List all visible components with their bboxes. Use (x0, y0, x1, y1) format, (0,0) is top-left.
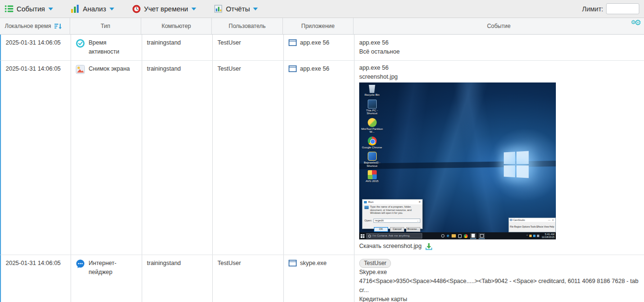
type-label: Снимок экрана (89, 64, 130, 73)
camstudio-icon (510, 219, 512, 221)
monitor-icon (368, 100, 377, 109)
type-label: Интернет-пейджер (89, 259, 137, 277)
chevron-down-icon (109, 8, 114, 10)
col-header-computer[interactable]: Компьютер (141, 18, 212, 34)
run-open-label: Open: (364, 216, 372, 225)
cell-app: skype.exe (284, 255, 354, 302)
cell-computer: trainingstand (142, 35, 213, 60)
clock-icon (132, 5, 141, 13)
store-icon (458, 234, 462, 238)
col-header-user[interactable]: Пользователь (212, 18, 283, 34)
open-app-icon (470, 233, 476, 239)
chevron-down-icon: ⌄ (417, 216, 419, 225)
col-header-time[interactable]: Локальное время (0, 18, 70, 34)
table-header: Локальное время Тип Компьютер Пользовате… (0, 18, 644, 35)
nav-analysis[interactable]: Анализ (71, 5, 114, 13)
cell-user: TestUser (213, 255, 284, 302)
console-app-icon (479, 233, 485, 239)
nav-time-tracking-label: Учет времени (144, 5, 188, 13)
window-icon (289, 65, 297, 72)
run-ok-button: OK (374, 227, 388, 232)
cell-type: Время активности (71, 35, 142, 60)
cortana-placeholder: I'm Cortana. Ask me anything. (372, 231, 410, 239)
cell-event: app.exe 56 screenshot.jpg Recycle Bin Th… (354, 61, 644, 255)
nav-time-tracking[interactable]: Учет времени (132, 5, 196, 13)
task-view-icon (441, 234, 444, 238)
event-line: app.exe 56 (359, 38, 639, 47)
desktop-icon-chrome: Google Chrome (361, 137, 383, 149)
cell-app: app.exe 56 (284, 61, 354, 255)
nav-events[interactable]: События (5, 5, 53, 13)
user-badge: TestUser (359, 259, 391, 268)
download-row: Скачать screenshot.jpg (359, 242, 639, 251)
tray-icon (537, 235, 539, 237)
taskbar: I'm Cortana. Ask me anything. e ^ (359, 232, 556, 239)
activity-check-icon (76, 39, 85, 48)
windows-logo (504, 151, 529, 178)
run-browse-button: Browse... (406, 227, 420, 232)
top-nav: События Анализ Учет времени (0, 0, 644, 18)
window-icon (289, 260, 297, 266)
nav-reports[interactable]: Отчёты (214, 5, 258, 13)
run-open-value: regedit (375, 216, 383, 225)
bejeweled-icon (368, 152, 377, 161)
cell-event: app.exe 56 Всё остальное (354, 35, 644, 60)
recycle-bin-icon (368, 84, 377, 93)
cell-computer: trainingstand (142, 255, 213, 302)
cell-user: TestUser (213, 61, 284, 255)
cell-computer: trainingstand (142, 61, 213, 255)
taskbar-icons: e (441, 233, 485, 239)
tray-expand-icon: ^ (526, 231, 528, 239)
col-header-event[interactable]: Событие ⚙⚙ (354, 18, 644, 34)
col-header-app[interactable]: Приложение (283, 18, 354, 34)
run-dialog-message: Type the name of a program, folder, docu… (370, 205, 420, 215)
run-message-icon (364, 206, 369, 209)
col-header-type-label: Тип (100, 23, 110, 29)
taskbar-clock: 5:41 AM 11/18/2015 (542, 233, 554, 238)
chat-bubble-icon (76, 259, 85, 268)
nav-analysis-label: Анализ (83, 5, 106, 13)
cell-type: Снимок экрана (71, 61, 142, 255)
desktop-icon-bejeweled: Bejeweled3 - Shortcut (361, 152, 383, 167)
avg-icon (368, 170, 377, 179)
desktop-icon-this-pc: This PC - Shortcut (361, 100, 383, 115)
start-button-icon (361, 234, 364, 238)
bar-chart-icon (71, 5, 80, 13)
screenshot-thumbnail[interactable]: Recycle Bin This PC - Shortcut MiniTool … (359, 82, 556, 239)
table-row[interactable]: 2025-01-31 14:06:05 Снимок экрана traini… (0, 61, 644, 255)
camstudio-menu: File Region Options Tools Effects View H… (509, 222, 555, 232)
settings-gears-icon[interactable]: ⚙⚙ (629, 19, 641, 27)
limit-input[interactable] (606, 3, 639, 14)
event-line: Всё остальное (359, 47, 639, 56)
table-row[interactable]: 2025-01-31 14:06:05 Интернет-пейджер tra… (0, 255, 644, 302)
event-line: Кредитные карты (359, 295, 639, 302)
table-row[interactable]: 2025-01-31 14:06:05 Время активности tra… (0, 35, 644, 61)
file-explorer-icon (452, 234, 456, 238)
cell-time: 2025-01-31 14:06:05 (1, 255, 71, 302)
col-header-computer-label: Компьютер (162, 23, 191, 29)
col-header-app-label: Приложение (301, 23, 335, 29)
tray-icon (529, 235, 532, 237)
cell-time: 2025-01-31 14:06:05 (1, 35, 71, 60)
system-tray: ^ 5:41 AM 11/18/2015 (526, 231, 554, 239)
app-label: skype.exe (300, 259, 327, 268)
edge-icon: e (447, 234, 449, 238)
cortana-icon (368, 235, 371, 238)
events-list-icon (5, 5, 13, 13)
desktop-icons: Recycle Bin This PC - Shortcut MiniTool … (361, 84, 383, 186)
col-header-user-label: Пользователь (229, 23, 266, 29)
download-link[interactable]: Скачать screenshot.jpg (359, 242, 422, 251)
cell-type: Интернет-пейджер (71, 255, 142, 302)
nav-reports-label: Отчёты (226, 5, 250, 13)
col-header-type[interactable]: Тип (70, 18, 141, 34)
col-header-event-label: Событие (487, 23, 511, 29)
cortana-search: I'm Cortana. Ask me anything. (366, 233, 422, 238)
chevron-down-icon (253, 8, 258, 10)
run-open-combobox: regedit ⌄ (373, 219, 420, 223)
cell-time: 2025-01-31 14:06:05 (1, 61, 71, 255)
col-header-time-label: Локальное время (5, 23, 51, 29)
event-line: Skype.exe (359, 268, 639, 277)
tray-icon (533, 235, 535, 237)
minitool-icon (368, 118, 377, 127)
download-icon[interactable] (425, 243, 433, 250)
